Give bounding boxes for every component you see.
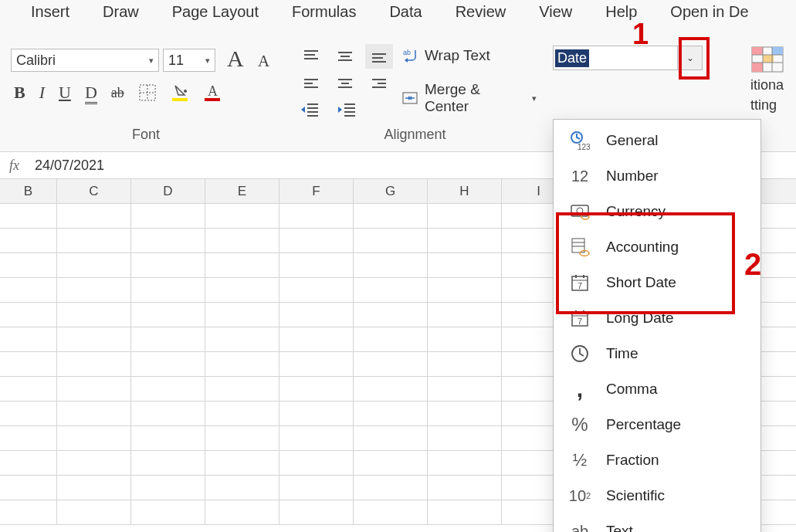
menu-review[interactable]: Review xyxy=(456,3,506,21)
chevron-down-icon: ▾ xyxy=(149,56,154,66)
menu-data[interactable]: Data xyxy=(389,3,422,21)
conditional-formatting-icon xyxy=(750,46,793,73)
number-format-select[interactable]: Date xyxy=(553,46,678,70)
strikethrough-button[interactable]: ab xyxy=(111,85,124,101)
alignment-group-label: Alignment xyxy=(384,127,445,143)
number-format-dropdown-button[interactable]: ⌄ xyxy=(678,46,703,70)
svg-rect-4 xyxy=(172,98,188,101)
chevron-down-icon: ⌄ xyxy=(686,53,694,63)
align-bottom-button[interactable] xyxy=(365,44,393,69)
font-name-select[interactable]: Calibri ▾ xyxy=(11,49,159,72)
merge-center-button[interactable]: Merge & Center ▾ xyxy=(401,81,537,115)
underline-button[interactable]: U xyxy=(59,83,71,103)
decrease-indent-button[interactable] xyxy=(300,101,320,118)
format-general[interactable]: 123General xyxy=(554,123,760,143)
svg-rect-36 xyxy=(752,47,763,55)
number-format-value: Date xyxy=(555,49,589,67)
align-left-button[interactable] xyxy=(297,72,325,97)
align-middle-button[interactable] xyxy=(331,44,359,69)
double-underline-button[interactable]: D xyxy=(85,83,97,103)
menu-insert[interactable]: Insert xyxy=(31,3,69,21)
wrap-text-button[interactable]: ab Wrap Text xyxy=(401,47,490,64)
align-center-button[interactable] xyxy=(331,72,359,97)
svg-rect-39 xyxy=(752,63,763,72)
borders-button[interactable] xyxy=(138,83,157,102)
align-right-button[interactable] xyxy=(365,72,393,97)
conditional-formatting-button[interactable]: itiona tting xyxy=(750,46,793,114)
bold-button[interactable]: B xyxy=(14,83,25,103)
menu-view[interactable]: View xyxy=(539,3,572,21)
svg-point-3 xyxy=(184,90,187,93)
increase-indent-button[interactable] xyxy=(337,101,357,118)
align-top-button[interactable] xyxy=(297,44,325,69)
font-name-value: Calibri xyxy=(16,53,56,69)
menu-bar: Insert Draw Page Layout Formulas Data Re… xyxy=(0,0,796,35)
menu-open-in-desktop[interactable]: Open in De xyxy=(670,3,748,21)
fill-color-button[interactable] xyxy=(171,83,189,102)
shrink-font-button[interactable]: A xyxy=(258,52,269,71)
merge-center-icon xyxy=(401,90,418,107)
wrap-text-icon: ab xyxy=(401,47,418,64)
chevron-down-icon: ▾ xyxy=(532,93,537,103)
grow-font-button[interactable]: A xyxy=(227,46,244,72)
font-group-label: Font xyxy=(132,127,160,143)
svg-rect-37 xyxy=(772,47,783,55)
alignment-group: ab Wrap Text Merge & Center ▾ Alignment xyxy=(293,35,537,143)
font-size-value: 11 xyxy=(168,53,184,69)
menu-formulas[interactable]: Formulas xyxy=(292,3,356,21)
wrap-text-label: Wrap Text xyxy=(425,47,490,64)
conditional-formatting-label-2: tting xyxy=(750,98,793,114)
svg-rect-6 xyxy=(205,98,220,101)
font-group: Calibri ▾ 11 ▾ A A B I U D ab A Font xyxy=(11,35,281,143)
italic-button[interactable]: I xyxy=(39,83,45,103)
merge-center-label: Merge & Center xyxy=(425,81,524,115)
svg-text:A: A xyxy=(208,83,218,99)
menu-draw[interactable]: Draw xyxy=(103,3,139,21)
font-size-select[interactable]: 11 ▾ xyxy=(163,49,215,72)
conditional-formatting-label-1: itiona xyxy=(750,78,793,93)
font-color-button[interactable]: A xyxy=(203,83,222,102)
number-format-menu: 123General 12Number Currency Accounting … xyxy=(553,119,761,143)
menu-page-layout[interactable]: Page Layout xyxy=(172,3,259,21)
general-icon: 123 xyxy=(567,129,592,143)
chevron-down-icon: ▾ xyxy=(205,56,210,66)
svg-text:ab: ab xyxy=(403,49,411,56)
